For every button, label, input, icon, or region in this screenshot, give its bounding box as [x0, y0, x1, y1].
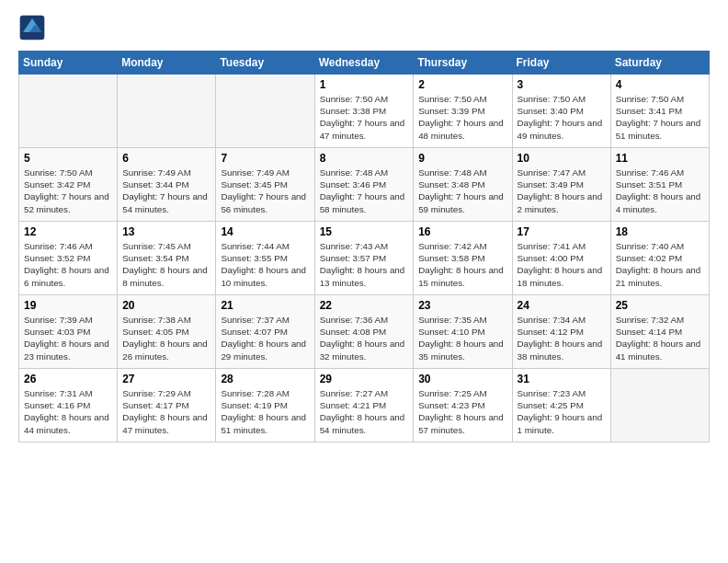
day-number: 16	[418, 225, 506, 238]
day-info: Sunrise: 7:50 AMSunset: 3:40 PMDaylight:…	[518, 93, 606, 142]
day-cell: 12Sunrise: 7:46 AMSunset: 3:52 PMDayligh…	[19, 222, 118, 295]
day-cell: 21Sunrise: 7:37 AMSunset: 4:07 PMDayligh…	[216, 295, 314, 369]
day-cell: 1Sunrise: 7:50 AMSunset: 3:38 PMDaylight…	[314, 75, 414, 148]
day-number: 28	[221, 373, 309, 385]
day-number: 27	[122, 373, 210, 385]
week-row-2: 5Sunrise: 7:50 AMSunset: 3:42 PMDaylight…	[19, 148, 710, 222]
day-cell: 11Sunrise: 7:46 AMSunset: 3:51 PMDayligh…	[610, 148, 709, 222]
day-number: 29	[320, 373, 409, 385]
day-number: 24	[518, 299, 606, 312]
day-info: Sunrise: 7:50 AMSunset: 3:39 PMDaylight:…	[418, 93, 506, 142]
day-number: 18	[616, 225, 704, 238]
header	[18, 14, 710, 41]
day-number: 25	[616, 299, 704, 312]
day-cell: 2Sunrise: 7:50 AMSunset: 3:39 PMDaylight…	[414, 75, 512, 148]
calendar-table: SundayMondayTuesdayWednesdayThursdayFrid…	[18, 51, 710, 442]
day-info: Sunrise: 7:50 AMSunset: 3:42 PMDaylight:…	[24, 167, 112, 215]
day-info: Sunrise: 7:46 AMSunset: 3:52 PMDaylight:…	[24, 240, 112, 289]
day-number: 15	[320, 225, 409, 238]
col-header-wednesday: Wednesday	[314, 52, 414, 75]
col-header-tuesday: Tuesday	[216, 52, 314, 75]
day-number: 14	[221, 225, 309, 238]
day-number: 4	[616, 78, 704, 91]
week-row-3: 12Sunrise: 7:46 AMSunset: 3:52 PMDayligh…	[19, 222, 710, 295]
day-cell	[19, 75, 118, 148]
logo-icon	[18, 14, 46, 41]
day-info: Sunrise: 7:28 AMSunset: 4:19 PMDaylight:…	[221, 387, 309, 436]
day-number: 2	[418, 78, 506, 91]
page: SundayMondayTuesdayWednesdayThursdayFrid…	[0, 0, 728, 563]
day-number: 13	[122, 225, 210, 238]
col-header-sunday: Sunday	[19, 52, 118, 75]
day-cell: 16Sunrise: 7:42 AMSunset: 3:58 PMDayligh…	[414, 222, 512, 295]
day-number: 23	[418, 299, 506, 312]
day-cell: 25Sunrise: 7:32 AMSunset: 4:14 PMDayligh…	[610, 295, 709, 369]
day-number: 19	[24, 299, 112, 312]
day-cell: 19Sunrise: 7:39 AMSunset: 4:03 PMDayligh…	[19, 295, 118, 369]
day-cell	[216, 75, 314, 148]
day-cell: 28Sunrise: 7:28 AMSunset: 4:19 PMDayligh…	[216, 369, 314, 442]
day-number: 11	[616, 152, 704, 165]
day-cell	[118, 75, 216, 148]
day-number: 20	[122, 299, 210, 312]
day-info: Sunrise: 7:29 AMSunset: 4:17 PMDaylight:…	[122, 387, 210, 436]
day-info: Sunrise: 7:50 AMSunset: 3:38 PMDaylight:…	[320, 93, 409, 142]
day-number: 22	[320, 299, 409, 312]
day-cell: 29Sunrise: 7:27 AMSunset: 4:21 PMDayligh…	[314, 369, 414, 442]
day-info: Sunrise: 7:49 AMSunset: 3:44 PMDaylight:…	[122, 167, 210, 215]
day-cell: 13Sunrise: 7:45 AMSunset: 3:54 PMDayligh…	[118, 222, 216, 295]
day-cell	[610, 369, 709, 442]
day-cell: 7Sunrise: 7:49 AMSunset: 3:45 PMDaylight…	[216, 148, 314, 222]
day-info: Sunrise: 7:48 AMSunset: 3:46 PMDaylight:…	[320, 167, 409, 215]
day-cell: 30Sunrise: 7:25 AMSunset: 4:23 PMDayligh…	[414, 369, 512, 442]
col-header-friday: Friday	[512, 52, 610, 75]
day-cell: 5Sunrise: 7:50 AMSunset: 3:42 PMDaylight…	[19, 148, 118, 222]
day-number: 8	[320, 152, 409, 165]
day-info: Sunrise: 7:34 AMSunset: 4:12 PMDaylight:…	[518, 314, 606, 362]
day-info: Sunrise: 7:38 AMSunset: 4:05 PMDaylight:…	[122, 314, 210, 362]
day-cell: 10Sunrise: 7:47 AMSunset: 3:49 PMDayligh…	[512, 148, 610, 222]
day-number: 10	[518, 152, 606, 165]
day-number: 6	[122, 152, 210, 165]
day-info: Sunrise: 7:43 AMSunset: 3:57 PMDaylight:…	[320, 240, 409, 289]
day-info: Sunrise: 7:42 AMSunset: 3:58 PMDaylight:…	[418, 240, 506, 289]
day-info: Sunrise: 7:46 AMSunset: 3:51 PMDaylight:…	[616, 167, 704, 215]
week-row-4: 19Sunrise: 7:39 AMSunset: 4:03 PMDayligh…	[19, 295, 710, 369]
day-cell: 20Sunrise: 7:38 AMSunset: 4:05 PMDayligh…	[118, 295, 216, 369]
day-number: 1	[320, 78, 409, 91]
day-number: 21	[221, 299, 309, 312]
day-info: Sunrise: 7:23 AMSunset: 4:25 PMDaylight:…	[518, 387, 606, 436]
col-header-monday: Monday	[118, 52, 216, 75]
day-cell: 18Sunrise: 7:40 AMSunset: 4:02 PMDayligh…	[610, 222, 709, 295]
day-info: Sunrise: 7:25 AMSunset: 4:23 PMDaylight:…	[418, 387, 506, 436]
day-number: 3	[518, 78, 606, 91]
day-cell: 22Sunrise: 7:36 AMSunset: 4:08 PMDayligh…	[314, 295, 414, 369]
day-info: Sunrise: 7:39 AMSunset: 4:03 PMDaylight:…	[24, 314, 112, 362]
week-row-1: 1Sunrise: 7:50 AMSunset: 3:38 PMDaylight…	[19, 75, 710, 148]
day-cell: 27Sunrise: 7:29 AMSunset: 4:17 PMDayligh…	[118, 369, 216, 442]
day-cell: 24Sunrise: 7:34 AMSunset: 4:12 PMDayligh…	[512, 295, 610, 369]
day-info: Sunrise: 7:50 AMSunset: 3:41 PMDaylight:…	[616, 93, 704, 142]
col-header-thursday: Thursday	[414, 52, 512, 75]
day-cell: 4Sunrise: 7:50 AMSunset: 3:41 PMDaylight…	[610, 75, 709, 148]
day-number: 30	[418, 373, 506, 385]
day-number: 12	[24, 225, 112, 238]
day-info: Sunrise: 7:48 AMSunset: 3:48 PMDaylight:…	[418, 167, 506, 215]
day-cell: 14Sunrise: 7:44 AMSunset: 3:55 PMDayligh…	[216, 222, 314, 295]
day-cell: 8Sunrise: 7:48 AMSunset: 3:46 PMDaylight…	[314, 148, 414, 222]
day-info: Sunrise: 7:35 AMSunset: 4:10 PMDaylight:…	[418, 314, 506, 362]
day-info: Sunrise: 7:36 AMSunset: 4:08 PMDaylight:…	[320, 314, 409, 362]
day-cell: 6Sunrise: 7:49 AMSunset: 3:44 PMDaylight…	[118, 148, 216, 222]
day-info: Sunrise: 7:31 AMSunset: 4:16 PMDaylight:…	[24, 387, 112, 436]
day-cell: 15Sunrise: 7:43 AMSunset: 3:57 PMDayligh…	[314, 222, 414, 295]
day-number: 17	[518, 225, 606, 238]
calendar-header-row: SundayMondayTuesdayWednesdayThursdayFrid…	[19, 52, 710, 75]
day-cell: 17Sunrise: 7:41 AMSunset: 4:00 PMDayligh…	[512, 222, 610, 295]
day-info: Sunrise: 7:45 AMSunset: 3:54 PMDaylight:…	[122, 240, 210, 289]
day-info: Sunrise: 7:44 AMSunset: 3:55 PMDaylight:…	[221, 240, 309, 289]
logo	[18, 14, 50, 41]
col-header-saturday: Saturday	[610, 52, 709, 75]
day-info: Sunrise: 7:40 AMSunset: 4:02 PMDaylight:…	[616, 240, 704, 289]
day-info: Sunrise: 7:37 AMSunset: 4:07 PMDaylight:…	[221, 314, 309, 362]
day-info: Sunrise: 7:41 AMSunset: 4:00 PMDaylight:…	[518, 240, 606, 289]
